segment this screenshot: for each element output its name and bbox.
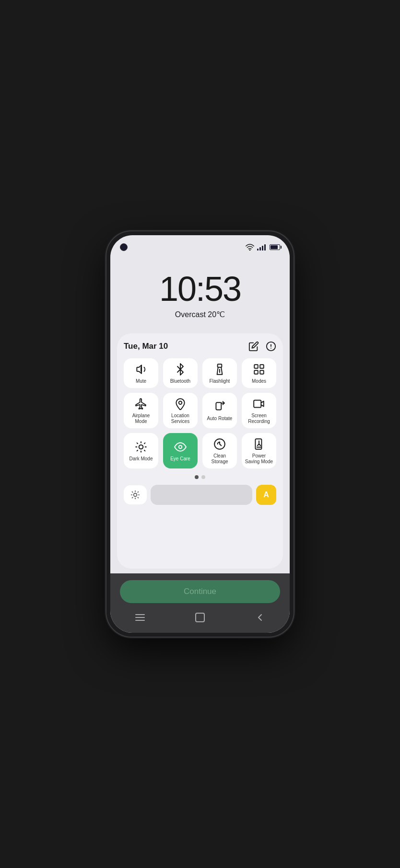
svg-line-28 — [132, 492, 133, 492]
svg-line-33 — [138, 492, 138, 492]
tile-eyecare-label: Eye Care — [170, 456, 190, 462]
status-bar — [110, 235, 290, 252]
brightness-slider[interactable] — [151, 485, 252, 505]
tile-location-label: Location Services — [166, 413, 195, 424]
battery-icon — [270, 244, 280, 250]
svg-rect-37 — [196, 613, 204, 622]
front-camera — [120, 243, 128, 251]
powersaving-icon — [253, 438, 265, 450]
tile-airplane-label: Airplane Mode — [127, 413, 155, 424]
bluetooth-icon — [174, 363, 187, 376]
svg-point-11 — [139, 445, 143, 449]
panel-header-icons — [248, 341, 276, 352]
tile-autorotate[interactable]: Auto Rotate — [202, 393, 237, 428]
tiles-grid: Mute Bluetooth Flashlight — [124, 358, 276, 468]
panel-header: Tue, Mar 10 — [124, 341, 276, 352]
tile-screenrecord[interactable]: Screen Recording — [242, 393, 276, 428]
status-icons — [246, 244, 280, 251]
avatar-label: A — [263, 491, 269, 499]
tile-cleanstorage[interactable]: Clean Storage — [202, 433, 237, 468]
svg-point-0 — [249, 250, 250, 251]
svg-point-25 — [134, 493, 137, 497]
tile-screenrecord-label: Screen Recording — [245, 413, 273, 424]
pagination-dots — [124, 475, 276, 479]
clock-weather: Overcast 20℃ — [175, 310, 225, 319]
phone-screen: 10:53 Overcast 20℃ Tue, Mar 10 — [110, 235, 290, 633]
screenrecord-icon — [253, 398, 265, 410]
darkmode-icon — [135, 441, 147, 453]
settings-icon[interactable] — [266, 341, 276, 352]
flashlight-icon — [213, 363, 226, 376]
svg-rect-2 — [218, 364, 222, 367]
svg-line-29 — [138, 497, 138, 498]
svg-point-8 — [179, 401, 182, 405]
svg-rect-9 — [216, 402, 221, 410]
sun-icon — [130, 490, 140, 500]
tile-airplane[interactable]: Airplane Mode — [124, 393, 158, 428]
svg-rect-6 — [254, 370, 258, 374]
location-icon — [174, 398, 187, 410]
svg-rect-5 — [260, 365, 264, 368]
tile-flashlight-label: Flashlight — [210, 378, 230, 384]
tile-darkmode-label: Dark Mode — [129, 456, 153, 462]
svg-rect-7 — [260, 370, 264, 374]
tile-mute-label: Mute — [136, 378, 146, 384]
clock-time: 10:53 — [159, 272, 241, 306]
svg-line-15 — [144, 450, 145, 451]
brightness-button[interactable] — [124, 485, 147, 504]
bottom-nav — [110, 608, 290, 633]
wifi-icon — [246, 244, 254, 251]
continue-overlay: Continue — [110, 573, 290, 608]
tile-eyecare[interactable]: Eye Care — [163, 433, 198, 468]
svg-line-32 — [132, 497, 133, 498]
tile-mute[interactable]: Mute — [124, 358, 158, 388]
clock-area: 10:53 Overcast 20℃ — [110, 252, 290, 329]
cleanstorage-icon — [213, 438, 226, 450]
nav-menu-icon[interactable] — [134, 612, 146, 623]
panel-date: Tue, Mar 10 — [124, 342, 168, 351]
edit-icon[interactable] — [248, 341, 259, 352]
tile-cleanstorage-label: Clean Storage — [205, 453, 234, 465]
modes-icon — [253, 363, 265, 376]
control-panel: Tue, Mar 10 — [117, 333, 283, 569]
svg-line-19 — [144, 443, 145, 444]
nav-back-icon[interactable] — [254, 612, 266, 623]
tile-modes-label: Modes — [252, 378, 266, 384]
signal-icon — [257, 244, 266, 251]
bottom-bar: A — [124, 485, 276, 505]
svg-line-18 — [137, 450, 138, 451]
tile-darkmode[interactable]: Dark Mode — [124, 433, 158, 468]
tile-powersaving-label: Power Saving Mode — [245, 453, 273, 465]
svg-line-14 — [137, 443, 138, 444]
tile-autorotate-label: Auto Rotate — [207, 416, 233, 422]
tile-bluetooth-label: Bluetooth — [170, 378, 190, 384]
eyecare-icon — [174, 441, 187, 453]
nav-home-icon[interactable] — [194, 612, 206, 623]
autorotate-icon — [213, 400, 226, 413]
airplane-icon — [135, 398, 147, 410]
dot-1[interactable] — [195, 475, 199, 479]
continue-button[interactable]: Continue — [120, 580, 280, 603]
phone-frame: 10:53 Overcast 20℃ Tue, Mar 10 — [106, 231, 294, 637]
svg-point-20 — [179, 445, 182, 449]
avatar-button[interactable]: A — [256, 485, 276, 505]
tile-modes[interactable]: Modes — [242, 358, 276, 388]
mute-icon — [135, 363, 147, 376]
tile-bluetooth[interactable]: Bluetooth — [163, 358, 198, 388]
svg-rect-4 — [254, 365, 258, 368]
tile-flashlight[interactable]: Flashlight — [202, 358, 237, 388]
svg-rect-10 — [254, 400, 261, 407]
tile-location[interactable]: Location Services — [163, 393, 198, 428]
dot-2[interactable] — [201, 475, 205, 479]
tile-powersaving[interactable]: Power Saving Mode — [242, 433, 276, 468]
